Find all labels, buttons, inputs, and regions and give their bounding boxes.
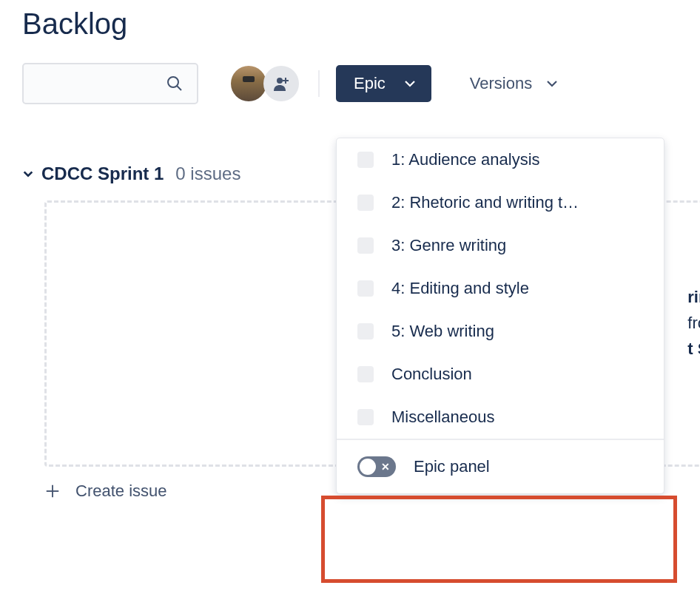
epic-panel-toggle[interactable]: ✕ bbox=[357, 456, 396, 477]
create-issue-label: Create issue bbox=[75, 482, 167, 501]
checkbox[interactable] bbox=[357, 195, 374, 211]
svg-line-1 bbox=[177, 86, 181, 90]
dropzone-hint: rint from t Sta bbox=[687, 284, 700, 362]
close-icon: ✕ bbox=[381, 461, 390, 473]
toolbar: Epic Versions bbox=[22, 63, 700, 104]
page-title: Backlog bbox=[22, 7, 700, 41]
epic-option[interactable]: Miscellaneous bbox=[337, 396, 664, 439]
svg-rect-4 bbox=[283, 80, 289, 81]
epic-option-label: 1: Audience analysis bbox=[391, 150, 540, 169]
plus-icon bbox=[44, 483, 61, 499]
epic-dropdown: 1: Audience analysis 2: Rhetoric and wri… bbox=[336, 138, 664, 494]
chevron-down-icon bbox=[22, 168, 34, 180]
epic-filter-label: Epic bbox=[354, 74, 386, 93]
toggle-knob bbox=[360, 459, 376, 475]
epic-option-label: 2: Rhetoric and writing t… bbox=[391, 193, 579, 212]
checkbox[interactable] bbox=[357, 237, 374, 254]
chevron-down-icon bbox=[545, 77, 559, 90]
avatar-group bbox=[231, 66, 299, 101]
add-person-icon bbox=[272, 75, 290, 92]
epic-option-label: 4: Editing and style bbox=[391, 279, 529, 298]
epic-option[interactable]: 3: Genre writing bbox=[337, 224, 664, 267]
epic-option-label: 3: Genre writing bbox=[391, 236, 506, 255]
svg-point-0 bbox=[168, 77, 178, 87]
search-icon bbox=[166, 75, 184, 92]
annotation-highlight bbox=[321, 496, 677, 583]
epic-option[interactable]: 2: Rhetoric and writing t… bbox=[337, 181, 664, 224]
add-person-button[interactable] bbox=[263, 66, 299, 101]
epic-option-label: Miscellaneous bbox=[391, 408, 494, 427]
svg-point-2 bbox=[277, 78, 283, 84]
epic-option[interactable]: 5: Web writing bbox=[337, 310, 664, 353]
epic-option-label: Conclusion bbox=[391, 365, 472, 384]
checkbox[interactable] bbox=[357, 152, 374, 168]
chevron-down-icon bbox=[403, 77, 417, 90]
search-input[interactable] bbox=[22, 63, 198, 104]
divider bbox=[318, 70, 320, 97]
epic-option[interactable]: 4: Editing and style bbox=[337, 267, 664, 310]
epic-panel-label: Epic panel bbox=[414, 457, 490, 476]
checkbox[interactable] bbox=[357, 366, 374, 382]
versions-filter-label: Versions bbox=[470, 74, 532, 93]
checkbox[interactable] bbox=[357, 409, 374, 425]
issue-count: 0 issues bbox=[175, 163, 240, 184]
epic-filter-button[interactable]: Epic bbox=[336, 65, 431, 102]
sprint-name: CDCC Sprint 1 bbox=[41, 163, 164, 184]
epic-option[interactable]: 1: Audience analysis bbox=[337, 138, 664, 181]
user-avatar[interactable] bbox=[231, 66, 266, 101]
checkbox[interactable] bbox=[357, 323, 374, 340]
epic-panel-toggle-row: ✕ Epic panel bbox=[337, 439, 664, 493]
versions-filter-button[interactable]: Versions bbox=[452, 65, 568, 102]
checkbox[interactable] bbox=[357, 280, 374, 297]
epic-option[interactable]: Conclusion bbox=[337, 353, 664, 396]
epic-option-label: 5: Web writing bbox=[391, 322, 494, 341]
